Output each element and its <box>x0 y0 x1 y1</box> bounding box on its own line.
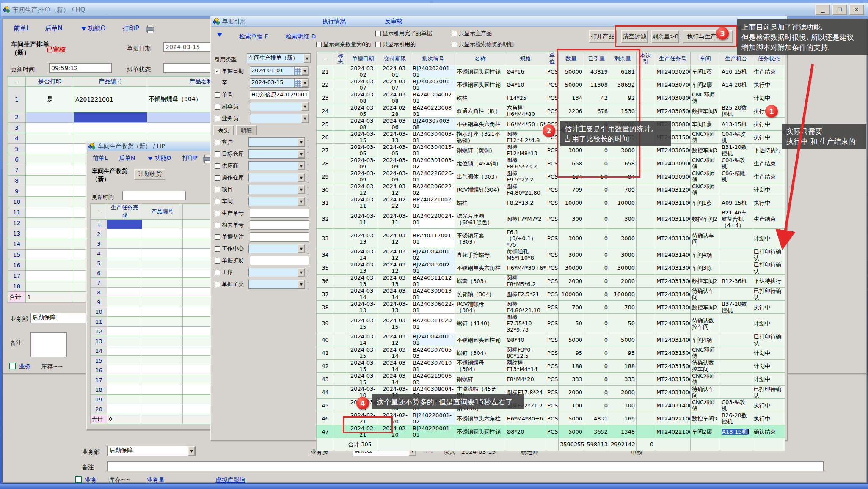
filter-combo2-field[interactable]: ▼ <box>248 244 305 253</box>
column-header[interactable]: 生产任务号 <box>655 52 691 65</box>
cell[interactable]: 铜螺钉（黄铜） <box>455 144 505 157</box>
cell[interactable]: PCS <box>546 275 559 288</box>
cell[interactable] <box>637 346 655 360</box>
cell[interactable]: MT2403150060 <box>655 346 691 360</box>
prev-doc-button[interactable]: 前单L <box>14 25 30 33</box>
cell[interactable]: 50 <box>559 314 584 333</box>
cell[interactable] <box>720 91 752 104</box>
function-menu[interactable]: 功能O <box>88 25 106 33</box>
cell[interactable] <box>107 268 142 278</box>
cell[interactable]: 已打印待确认 <box>752 333 785 346</box>
cell[interactable]: MT2403110020 <box>655 209 691 229</box>
cell[interactable]: 数控车间2 <box>691 209 720 229</box>
cell[interactable]: 12 <box>91 327 107 336</box>
filter-combo2-field[interactable]: ▼ <box>248 268 305 277</box>
printer-icon[interactable] <box>146 27 154 32</box>
cell[interactable]: 2024-03-12 <box>379 261 411 275</box>
cell[interactable]: PCS <box>546 360 559 373</box>
cell[interactable]: 2024-03-11 <box>379 209 411 229</box>
cell[interactable] <box>334 131 347 144</box>
cell[interactable] <box>334 288 347 301</box>
cell[interactable] <box>26 218 74 228</box>
cell[interactable]: 26 <box>317 131 334 144</box>
cell[interactable] <box>334 183 347 196</box>
cell[interactable]: 100000 <box>559 288 584 301</box>
arrow-down-icon[interactable] <box>217 31 224 39</box>
restore-button[interactable]: ❐ <box>832 4 847 15</box>
cell[interactable]: 5 <box>91 258 107 268</box>
cell[interactable]: 圆棒F3*0-80*12.5 <box>505 346 546 360</box>
cell[interactable]: 12 <box>8 218 26 228</box>
more-button[interactable]: . . <box>307 171 314 184</box>
cell[interactable]: 2024-03-14 <box>347 333 379 346</box>
checkbox-icon[interactable] <box>215 104 220 110</box>
cell[interactable]: 计划中 <box>752 373 785 386</box>
printer-icon[interactable] <box>203 157 211 162</box>
cell[interactable]: MT2403120029 <box>655 183 691 196</box>
cell[interactable]: 1 <box>91 220 107 229</box>
cell[interactable]: PCS <box>546 346 559 360</box>
cell[interactable]: 不锈钢牙套（303） <box>455 229 505 248</box>
cell[interactable]: 17 <box>8 271 26 281</box>
filter-combo-field[interactable]: ▼ <box>250 114 309 123</box>
cell[interactable] <box>142 365 183 375</box>
tab-detail[interactable]: 明细 <box>236 125 257 135</box>
cell[interactable]: 2024-03-14 <box>379 346 411 360</box>
table-row[interactable]: 302024-03-122024-03-12BA240306022-02RCV端… <box>317 183 785 196</box>
cell[interactable] <box>334 360 347 373</box>
cell[interactable]: 圆棒F4.80*21.10 <box>505 301 546 314</box>
cell[interactable]: 车间3陈 <box>691 261 720 275</box>
cell[interactable]: 2024-03-15 <box>347 346 379 360</box>
cell[interactable]: 27 <box>317 144 334 157</box>
cell[interactable]: PCS <box>546 399 559 412</box>
cell[interactable]: 车间2廖 <box>691 425 720 438</box>
more-button[interactable]: . . <box>307 148 314 160</box>
filter-combo2-field[interactable]: ▼ <box>248 161 305 170</box>
cell[interactable] <box>142 336 183 346</box>
cell[interactable]: 1348 <box>609 425 637 438</box>
cell[interactable]: 圆棒F12*M8*13 <box>505 144 546 157</box>
cell[interactable]: CNC邓师傅 <box>691 157 720 170</box>
cell[interactable]: 铜螺钉 <box>455 373 505 386</box>
cell[interactable] <box>334 314 347 333</box>
cell[interactable] <box>334 229 347 248</box>
cell[interactable] <box>142 327 183 336</box>
cell[interactable] <box>334 78 347 91</box>
chevron-down-icon[interactable]: ▼ <box>298 244 305 253</box>
cell[interactable] <box>107 336 142 346</box>
cell[interactable]: PCS <box>546 333 559 346</box>
cell[interactable]: PCS <box>546 373 559 386</box>
cell[interactable]: 100 <box>609 399 637 412</box>
cell[interactable] <box>107 317 142 327</box>
table-row[interactable]: 332024-03-132024-03-12BP240312001-01不锈钢牙… <box>317 229 785 248</box>
cell[interactable]: 0 <box>584 333 609 346</box>
cell[interactable]: 2024-03-02 <box>347 65 379 78</box>
cell[interactable] <box>142 356 183 365</box>
cell[interactable] <box>26 260 74 271</box>
ref-type-combo[interactable]: 车间生产排单（新） ▼ <box>247 53 311 63</box>
cell[interactable]: 10 <box>91 307 107 317</box>
cell[interactable]: 计划中 <box>752 360 785 373</box>
schedule-state-field[interactable] <box>163 63 211 73</box>
cell[interactable]: 8 <box>8 176 26 186</box>
cell[interactable]: 3 <box>91 239 107 249</box>
checkbox-icon[interactable] <box>215 246 220 252</box>
cell[interactable]: 2024-03-05 <box>379 144 411 157</box>
checkbox-only-main-product[interactable]: 只显示主产品 <box>452 30 492 37</box>
cell[interactable]: 46 <box>317 412 334 425</box>
cell[interactable] <box>637 373 655 386</box>
cell[interactable]: 28 <box>317 157 334 170</box>
cell[interactable]: 2024-03-09 <box>379 157 411 170</box>
cell[interactable]: F14*25 <box>505 91 546 104</box>
cell[interactable] <box>107 278 142 288</box>
cell[interactable]: B21-46车铣复合机（4+4） <box>720 209 752 229</box>
cell[interactable] <box>142 249 183 258</box>
cell[interactable]: 700 <box>609 301 637 314</box>
cell[interactable]: 数控车间2 <box>691 275 720 288</box>
cell[interactable]: CNC邓师傅 <box>691 183 720 196</box>
checkbox-icon[interactable] <box>375 42 381 47</box>
cell[interactable] <box>334 275 347 288</box>
cell[interactable] <box>26 228 74 239</box>
cell[interactable]: BA240307010-01 <box>411 360 455 373</box>
cell[interactable]: 18 <box>8 281 26 292</box>
